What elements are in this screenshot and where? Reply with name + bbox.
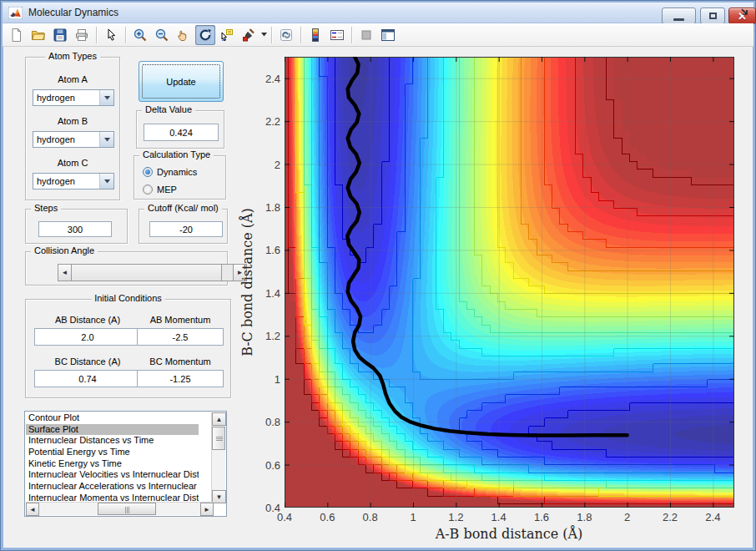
slider-thumb[interactable]: [72, 264, 222, 281]
chevron-down-icon[interactable]: [99, 90, 113, 105]
list-item[interactable]: Kinetic Energy vs Time: [26, 458, 199, 470]
y-tick-label: 2.4: [255, 72, 280, 84]
restore-button[interactable]: [700, 8, 725, 24]
bc-momentum-field[interactable]: -1.25: [137, 370, 224, 387]
bc-distance-a--field[interactable]: 0.74: [34, 370, 141, 387]
brush-data-button[interactable]: [239, 25, 259, 45]
ab-momentum-field[interactable]: -2.5: [137, 328, 224, 346]
toolbar-separator: [271, 27, 272, 43]
rotate-3d-button[interactable]: [195, 25, 215, 45]
list-item[interactable]: Surface Plot: [26, 424, 199, 436]
chevron-down-icon[interactable]: [99, 132, 113, 147]
y-tick-label: 1.8: [255, 201, 280, 214]
scroll-left-arrow[interactable]: ◄: [26, 503, 39, 516]
group-title: Delta Value: [142, 104, 195, 114]
print-figure-button[interactable]: [72, 25, 92, 45]
scrollbar-thumb[interactable]: [212, 427, 225, 450]
zoom-out-icon: [154, 28, 169, 43]
save-figure-button[interactable]: [50, 25, 70, 45]
y-axis-label: B-C bond distance (Å): [239, 208, 255, 356]
list-item[interactable]: Potential Energy vs Time: [26, 447, 199, 458]
insert-legend-icon: [330, 28, 345, 43]
link-plot-icon: [279, 28, 294, 43]
new-figure-icon: [9, 28, 24, 43]
contour-plot-axes[interactable]: [285, 57, 734, 508]
list-item[interactable]: Internuclear Velocities vs Internuclear …: [26, 469, 199, 481]
scrollbar-thumb[interactable]: [98, 503, 156, 515]
y-tick-label: 2: [255, 158, 280, 170]
y-tick-label: 0.4: [255, 502, 280, 514]
toolbar-separator: [125, 27, 126, 43]
atom-c-dropdown[interactable]: hydrogen: [33, 173, 114, 190]
radio-icon: [143, 167, 153, 177]
x-tick-label: 1.2: [448, 511, 463, 523]
collision-angle-group: Collision Angle ◄ ►: [25, 251, 228, 286]
focus-ring: [142, 64, 220, 99]
steps-group: Steps 300: [25, 209, 128, 244]
group-title: Steps: [31, 203, 61, 213]
scroll-up-arrow[interactable]: ▲: [212, 412, 226, 426]
show-plot-tools-button[interactable]: [378, 25, 398, 45]
list-horizontal-scrollbar[interactable]: ◄ ►: [26, 502, 214, 515]
edit-pointer-button[interactable]: [101, 25, 121, 45]
insert-colorbar-button[interactable]: [305, 25, 325, 45]
cutoff-field[interactable]: -20: [149, 221, 223, 237]
steps-field[interactable]: 300: [38, 221, 112, 237]
zoom-in-button[interactable]: [130, 25, 150, 45]
radio-mep[interactable]: MEP: [143, 185, 177, 195]
edit-pointer-icon: [103, 28, 118, 43]
x-tick-label: 2.4: [705, 511, 720, 523]
x-tick-label: 0.6: [320, 511, 335, 523]
delta-value-field[interactable]: 0.424: [144, 124, 219, 141]
x-tick-label: 1.8: [577, 511, 592, 523]
ab-distance-a--field[interactable]: 2.0: [34, 328, 141, 346]
pan-hand-button[interactable]: [174, 25, 194, 45]
field-label: BC Momentum: [137, 356, 224, 366]
open-file-button[interactable]: [28, 25, 48, 45]
x-tick-label: 0.8: [363, 511, 378, 523]
hide-plot-tools-button[interactable]: [356, 25, 376, 45]
slider-left-arrow[interactable]: ◄: [58, 264, 72, 281]
list-vertical-scrollbar[interactable]: ▲ ▼: [211, 412, 225, 503]
chevron-down-icon[interactable]: [99, 174, 113, 189]
toolbar-separator: [300, 27, 301, 43]
figure-toolbar: [3, 23, 753, 47]
y-tick-label: 0.8: [255, 416, 280, 428]
scroll-right-arrow[interactable]: ►: [200, 503, 214, 516]
group-title: Atom Types: [45, 51, 100, 61]
atom-b-dropdown[interactable]: hydrogen: [33, 131, 114, 148]
title-bar[interactable]: Molecular Dynamics ✕: [3, 3, 753, 23]
slider-track[interactable]: [222, 264, 233, 281]
minimize-button[interactable]: [662, 8, 696, 24]
collision-angle-slider[interactable]: ◄ ►: [58, 264, 247, 281]
list-item[interactable]: Contour Plot: [26, 412, 199, 424]
field-label: AB Momentum: [137, 315, 224, 325]
hide-plot-tools-icon: [359, 28, 374, 43]
y-tick-label: 1.4: [255, 286, 280, 299]
link-plot-button[interactable]: [276, 25, 296, 45]
zoom-out-button[interactable]: [152, 25, 172, 45]
cutoff-group: Cutoff (Kcal/ mol) -20: [139, 209, 228, 244]
list-item[interactable]: Internuclear Accelerations vs Internucle…: [26, 481, 199, 493]
restore-icon: [709, 13, 717, 19]
insert-legend-button[interactable]: [327, 25, 347, 45]
radio-dynamics[interactable]: Dynamics: [143, 167, 197, 177]
new-figure-button[interactable]: [7, 25, 27, 45]
plot-type-listbox[interactable]: Contour PlotSurface PlotInternuclear Dis…: [24, 411, 227, 517]
scroll-down-arrow[interactable]: ▼: [212, 490, 226, 503]
update-button[interactable]: Update: [139, 61, 224, 102]
y-tick-label: 1.6: [255, 244, 280, 256]
brush-dropdown-caret[interactable]: [260, 25, 268, 45]
data-cursor-icon: [219, 28, 234, 43]
data-cursor-button[interactable]: [217, 25, 237, 45]
toolbar-overflow-arrow-icon[interactable]: [741, 8, 749, 17]
x-tick-label: 2.2: [663, 511, 678, 523]
list-item[interactable]: Internuclear Distances vs Time: [26, 435, 199, 447]
atom-label: Atom B: [26, 116, 119, 126]
pan-hand-icon: [176, 28, 191, 43]
atom-types-group: Atom Types Atom AhydrogenAtom BhydrogenA…: [25, 57, 120, 200]
rotate-3d-icon: [198, 28, 213, 43]
atom-a-dropdown[interactable]: hydrogen: [33, 89, 114, 106]
calculation-type-group: Calculation Type DynamicsMEP: [134, 155, 226, 200]
x-axis-label: A-B bond distance (Å): [436, 526, 583, 542]
